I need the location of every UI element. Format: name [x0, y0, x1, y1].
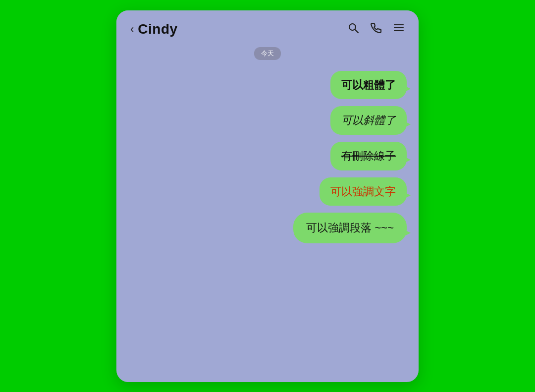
phone-icon[interactable] [370, 22, 382, 37]
svg-line-1 [355, 29, 359, 33]
back-button[interactable]: ‹ [130, 23, 134, 36]
message-bubble-4: 可以強調文字 [320, 177, 407, 206]
contact-name: Cindy [138, 21, 177, 37]
message-bubble-3: 有刪除線子 [330, 142, 407, 170]
chat-window: ‹ Cindy [116, 10, 419, 382]
header-left: ‹ Cindy [130, 21, 178, 37]
message-bubble-5: 可以強調段落 ~~~ [293, 213, 407, 243]
date-badge: 今天 [254, 47, 281, 60]
menu-icon[interactable] [393, 22, 405, 37]
messages-list: 可以粗體了 可以斜體了 有刪除線子 可以強調文字 可以強調段落 ~~~ [128, 71, 407, 243]
chat-header: ‹ Cindy [116, 10, 419, 45]
message-bubble-2: 可以斜體了 [330, 106, 407, 135]
message-bubble-1: 可以粗體了 [330, 71, 407, 100]
header-right [347, 22, 405, 37]
messages-area: 今天 可以粗體了 可以斜體了 有刪除線子 可以強調文字 可以強調段落 ~~~ [116, 45, 419, 382]
search-icon[interactable] [347, 22, 359, 37]
